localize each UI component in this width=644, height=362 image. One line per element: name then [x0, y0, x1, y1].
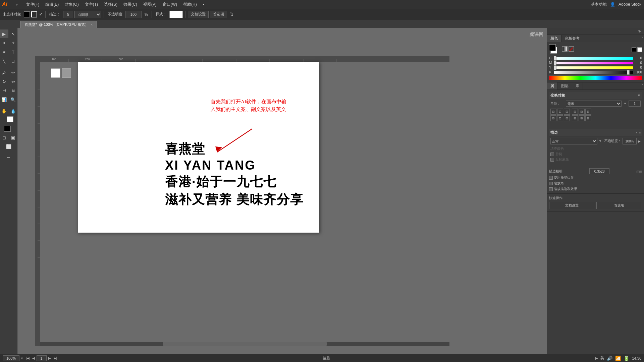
graph-tool[interactable]: 📊 [0, 95, 8, 104]
reflect-tool[interactable]: ⇔ [9, 77, 17, 86]
trans-arrow[interactable]: ▶ [638, 139, 641, 143]
menu-file[interactable]: 文件(F) [23, 1, 42, 8]
align-btn-6[interactable]: ⊡ [564, 115, 570, 121]
tab-layers[interactable]: 图层 [558, 82, 572, 89]
menu-view-icon[interactable]: ▪ [200, 1, 207, 7]
workspace-label[interactable]: 基本功能 [591, 2, 607, 7]
stroke-shape-select[interactable]: 点圆形 [74, 11, 101, 18]
dist-btn-3[interactable]: ⊟ [585, 109, 591, 115]
c-thumb[interactable] [554, 56, 556, 61]
isolate-checkbox[interactable] [550, 153, 554, 156]
page-next-btn[interactable]: ▶ [47, 356, 52, 360]
swatch-white[interactable] [51, 68, 60, 78]
fill-mode-btn[interactable]: ◻ [0, 133, 8, 142]
dist-btn-1[interactable]: ⊟ [572, 109, 578, 115]
menu-help[interactable]: 帮助(H) [180, 1, 200, 8]
pencil-tool[interactable]: ✏ [9, 68, 17, 77]
transparency-expand[interactable]: × [636, 131, 637, 134]
page-first-btn[interactable]: |◀ [25, 356, 31, 360]
gradient-preview[interactable] [562, 46, 568, 52]
qa-preferences-btn[interactable]: 首选项 [596, 202, 642, 209]
menu-select[interactable]: 选择(S) [101, 1, 120, 8]
menu-window[interactable]: 窗口(W) [160, 1, 180, 8]
transparency-header[interactable]: 描边 × ≡ [549, 129, 642, 136]
preview-bounds-checkbox[interactable] [549, 176, 553, 180]
document-tab[interactable]: 喜燕堂* @ 100%（CMYK/GPU 预览） × [20, 21, 97, 28]
home-icon[interactable]: ⌂ [14, 1, 20, 7]
color-spectrum[interactable] [549, 75, 642, 80]
props-panel-collapse[interactable]: × [641, 82, 644, 89]
opacity-trans-input[interactable] [623, 138, 637, 144]
paintbrush-tool[interactable]: 🖌 [0, 68, 8, 77]
align-btn-1[interactable]: ⊡ [550, 109, 556, 115]
ime-icon[interactable]: 英 [600, 356, 604, 361]
more-tools-btn[interactable]: ••• [4, 154, 13, 162]
bg-color-swatch[interactable] [7, 116, 13, 122]
adobe-stock-label[interactable]: Adobe Stock [619, 2, 641, 7]
type-tool[interactable]: T [9, 48, 17, 56]
y-slider[interactable] [554, 66, 633, 69]
user-icon[interactable]: 👤 [610, 2, 615, 7]
gradient-btn[interactable]: ▣ [9, 133, 17, 142]
zoom-input[interactable] [3, 355, 19, 361]
none-preview[interactable] [569, 46, 574, 52]
tab-color[interactable]: 颜色 [547, 35, 561, 42]
k-slider[interactable] [554, 71, 633, 74]
transform-expand-icon[interactable]: ▼ [637, 94, 641, 97]
align-btn-4[interactable]: ⊡ [550, 115, 556, 121]
scrollbar-horizontal[interactable] [40, 342, 449, 346]
m-slider[interactable] [554, 62, 633, 64]
tray-icon-2[interactable]: 📶 [615, 356, 621, 361]
k-thumb[interactable] [627, 70, 630, 75]
rect-tool[interactable]: □ [9, 57, 17, 65]
y-thumb[interactable] [554, 65, 556, 70]
transparency-collapse[interactable]: ≡ [639, 131, 641, 134]
fill-preview[interactable] [549, 44, 556, 51]
scroll-arrow-btn[interactable]: ▶ [594, 356, 599, 360]
m-thumb[interactable] [554, 61, 556, 65]
scale-corners-checkbox[interactable] [549, 182, 553, 185]
direct-selection-tool[interactable]: ↖ [9, 29, 17, 38]
dist-btn-4[interactable]: ⊟ [572, 115, 578, 121]
menu-edit[interactable]: 编辑(E) [43, 1, 61, 8]
align-btn-5[interactable]: ⊡ [557, 115, 563, 121]
selection-tool[interactable]: ▶ [0, 29, 8, 38]
doc-settings-btn[interactable]: 文档设置 [188, 11, 209, 18]
fg-color-swatch[interactable] [4, 126, 11, 132]
tool-icon-1[interactable]: ⤢ [39, 12, 43, 16]
page-prev-btn[interactable]: ◀ [31, 356, 36, 360]
tab-properties[interactable]: 属 [547, 82, 558, 89]
tray-icon-3[interactable]: 🔋 [624, 356, 629, 361]
stroke-size-input[interactable] [63, 11, 73, 18]
menu-object[interactable]: 对象(O) [62, 1, 81, 8]
transform-header[interactable]: 变换对象 ▼ [549, 92, 642, 99]
page-last-btn[interactable]: ▶| [53, 356, 58, 360]
dist-btn-2[interactable]: ⊟ [579, 109, 585, 115]
dist-btn-5[interactable]: ⊟ [579, 115, 585, 121]
dist-btn-6[interactable]: ⊟ [585, 115, 591, 121]
color-panel-collapse[interactable]: × [641, 35, 644, 42]
stroke-swatch[interactable] [31, 11, 37, 17]
tab-swatch[interactable]: 色板参考 [561, 35, 583, 42]
menu-text[interactable]: 文字(T) [82, 1, 101, 8]
width-input[interactable] [629, 101, 641, 107]
first-option-btn[interactable]: 首选项 [210, 11, 227, 18]
c-slider[interactable] [554, 57, 633, 60]
menu-view[interactable]: 视图(V) [141, 1, 159, 8]
white-swatch[interactable] [637, 47, 642, 52]
style-color[interactable] [169, 11, 183, 18]
arrange-icon[interactable]: ⇅ [230, 12, 233, 17]
tray-icon-1[interactable]: 🔊 [607, 356, 612, 361]
black-swatch[interactable] [632, 47, 636, 52]
unit-select[interactable]: 毫米 [566, 101, 622, 107]
magic-wand-tool[interactable]: ✦ [0, 39, 8, 47]
invert-checkbox[interactable] [550, 158, 554, 162]
width-tool[interactable]: ⊣ [0, 86, 8, 95]
panel-collapse-double[interactable]: ≫ [637, 29, 643, 34]
swatch-gray[interactable] [62, 68, 71, 78]
align-btn-3[interactable]: ⊡ [564, 109, 570, 115]
qa-doc-settings-btn[interactable]: 文档设置 [549, 202, 595, 209]
warp-tool[interactable]: ≋ [9, 86, 17, 95]
stroke-width-input[interactable] [589, 168, 609, 174]
blend-mode-select[interactable]: 正常 [550, 138, 597, 144]
